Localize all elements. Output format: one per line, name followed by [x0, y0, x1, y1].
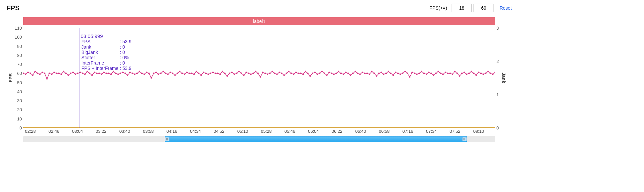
svg-point-195: [485, 73, 486, 74]
svg-point-191: [476, 75, 477, 76]
svg-point-26: [84, 74, 86, 75]
fps-min-input[interactable]: [452, 4, 472, 12]
svg-point-185: [461, 73, 463, 74]
svg-point-121: [309, 75, 311, 77]
svg-point-17: [63, 71, 64, 73]
svg-point-187: [466, 74, 468, 75]
svg-point-42: [122, 72, 124, 73]
x-tick: 06:22: [332, 129, 343, 134]
svg-point-70: [188, 73, 190, 74]
svg-point-91: [238, 71, 240, 73]
svg-point-114: [293, 74, 294, 75]
svg-point-156: [392, 75, 394, 76]
svg-point-40: [117, 74, 119, 75]
svg-point-117: [300, 73, 302, 74]
svg-point-143: [362, 72, 363, 73]
chart-title: FPS: [7, 4, 20, 12]
time-scrollbar[interactable]: [23, 136, 495, 142]
svg-point-109: [281, 73, 283, 74]
svg-point-21: [72, 72, 74, 73]
svg-point-134: [340, 73, 342, 74]
svg-point-33: [101, 74, 102, 75]
svg-point-35: [105, 73, 107, 74]
svg-point-78: [207, 74, 209, 75]
x-tick: 03:40: [119, 129, 130, 134]
svg-point-59: [162, 71, 164, 73]
svg-point-123: [314, 72, 316, 73]
svg-point-160: [402, 73, 403, 74]
時間-cursor[interactable]: [79, 28, 79, 128]
svg-point-46: [132, 73, 133, 74]
y-right-tick: 3: [496, 26, 501, 31]
scroll-handle-left[interactable]: [165, 137, 169, 141]
svg-point-194: [483, 74, 484, 75]
svg-point-165: [414, 73, 415, 74]
svg-point-38: [113, 71, 114, 73]
legend-bar[interactable]: label1: [23, 17, 495, 25]
svg-point-75: [200, 75, 202, 76]
svg-point-126: [321, 71, 323, 73]
svg-point-115: [295, 72, 297, 73]
svg-point-133: [338, 71, 340, 73]
svg-point-193: [480, 73, 482, 74]
scroll-handle-right[interactable]: [462, 137, 467, 141]
svg-point-186: [464, 72, 465, 73]
y-left-tick: 40: [12, 89, 22, 94]
svg-point-108: [278, 72, 280, 73]
x-tick: 07:34: [426, 129, 437, 134]
chart-plot[interactable]: FPS Jank 03:05:999 FPS: 53.9Jank: 0BigJa…: [23, 28, 495, 128]
y-left-tick: 60: [12, 71, 22, 76]
svg-point-153: [385, 73, 387, 74]
svg-point-71: [191, 73, 192, 74]
reset-link[interactable]: Reset: [499, 5, 512, 11]
svg-point-84: [222, 71, 223, 73]
svg-point-135: [343, 74, 344, 75]
svg-point-58: [160, 73, 162, 74]
svg-point-138: [350, 75, 351, 76]
y-left-tick: 50: [12, 80, 22, 85]
svg-point-163: [409, 76, 411, 78]
svg-point-196: [487, 71, 489, 73]
svg-point-48: [136, 73, 138, 74]
y-right-tick: 0: [496, 125, 501, 130]
svg-point-57: [158, 74, 159, 75]
svg-point-167: [418, 73, 420, 74]
svg-point-47: [134, 74, 136, 75]
y-right-tick: 2: [496, 59, 501, 64]
svg-point-119: [305, 71, 306, 73]
tooltip-key: Stutter: [81, 55, 119, 60]
y-left-tick: 0: [12, 125, 22, 130]
svg-point-32: [98, 73, 100, 74]
svg-point-150: [378, 73, 380, 74]
svg-point-148: [374, 73, 375, 74]
svg-point-189: [471, 71, 472, 73]
x-tick: 05:46: [284, 129, 295, 134]
x-tick: 04:34: [190, 129, 201, 134]
svg-point-65: [177, 73, 178, 74]
tooltip-time: 03:05:999: [81, 33, 132, 39]
svg-point-122: [312, 73, 313, 74]
svg-point-179: [447, 73, 449, 74]
svg-point-67: [181, 73, 183, 74]
svg-point-51: [144, 74, 145, 75]
svg-point-15: [58, 73, 60, 74]
svg-point-43: [125, 73, 126, 74]
svg-point-171: [428, 72, 430, 73]
svg-point-22: [75, 74, 76, 75]
svg-point-183: [457, 73, 458, 74]
svg-point-145: [366, 73, 368, 74]
y-left-tick: 110: [12, 26, 22, 31]
svg-point-53: [148, 73, 150, 74]
svg-point-69: [186, 72, 188, 73]
svg-point-34: [103, 72, 105, 73]
svg-point-13: [54, 72, 55, 73]
scroll-thumb[interactable]: [165, 136, 467, 142]
svg-point-104: [269, 73, 271, 74]
y-left-tick: 30: [12, 98, 22, 103]
svg-point-25: [82, 73, 83, 74]
svg-point-9: [44, 73, 46, 74]
svg-point-12: [51, 74, 53, 75]
fps-max-input[interactable]: [474, 4, 493, 12]
svg-point-45: [129, 72, 131, 73]
svg-point-180: [449, 73, 451, 74]
